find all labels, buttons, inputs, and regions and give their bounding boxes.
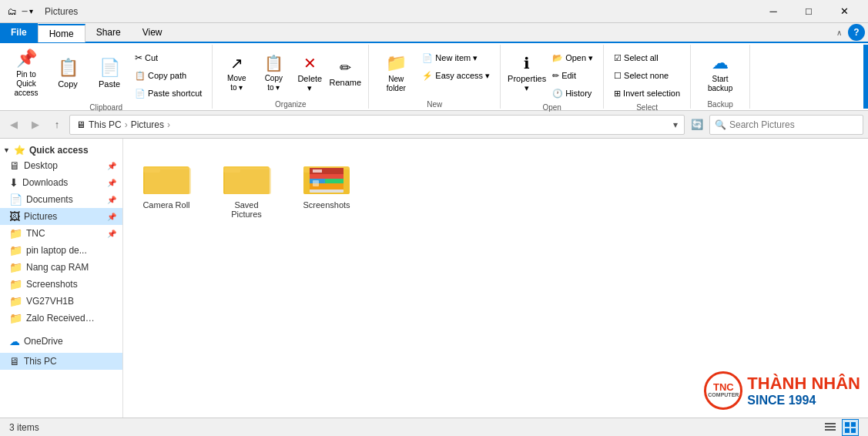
ribbon-accent xyxy=(863,45,868,109)
easy-access-button[interactable]: ⚡ Easy access ▾ xyxy=(418,67,494,84)
ribbon-group-backup: ☁ Startbackup Backup xyxy=(691,45,750,109)
backup-label: Backup xyxy=(707,99,732,110)
cut-button[interactable]: ✂ Cut xyxy=(131,49,206,66)
properties-button[interactable]: ℹ Properties ▾ xyxy=(507,48,547,99)
edit-icon: ✏ xyxy=(552,71,559,81)
copy-to-button[interactable]: 📋 Copyto ▾ xyxy=(256,48,291,99)
select-none-button[interactable]: ☐ Select none xyxy=(610,67,684,84)
file-area: Camera Roll Saved Pictures xyxy=(123,139,868,418)
pin-indicator-tnc: 📌 xyxy=(107,230,116,238)
sidebar-item-pictures[interactable]: 🖼 Pictures 📌 xyxy=(0,208,122,225)
select-small-buttons: ☑ Select all ☐ Select none ⊞ Invert sele… xyxy=(610,49,684,102)
start-backup-button[interactable]: ☁ Startbackup xyxy=(697,48,743,99)
main-area: ▼ ⭐ Quick access 🖥 Desktop 📌 ⬇ Downloads… xyxy=(0,139,868,418)
camera-roll-label: Camera Roll xyxy=(142,200,189,210)
sidebar-item-desktop[interactable]: 🖥 Desktop 📌 xyxy=(0,157,122,174)
path-icon: 🖥 xyxy=(76,119,85,130)
paste-button[interactable]: 📄 Paste xyxy=(89,48,129,99)
svg-rect-25 xyxy=(851,428,856,433)
new-folder-button[interactable]: 📁 Newfolder xyxy=(375,48,417,99)
quick-access-header[interactable]: ▼ ⭐ Quick access xyxy=(0,142,122,157)
folder-camera-roll[interactable]: Camera Roll xyxy=(136,151,197,213)
paste-label: Paste xyxy=(99,79,120,89)
copy-button[interactable]: 📋 Copy xyxy=(48,48,88,99)
open-button[interactable]: 📂 Open ▾ xyxy=(548,49,597,66)
up-button[interactable]: ↑ xyxy=(48,116,66,134)
folder-saved-pictures[interactable]: Saved Pictures xyxy=(216,151,277,222)
ribbon-collapse-btn[interactable]: ∧ xyxy=(833,27,845,39)
sidebar-item-documents[interactable]: 📄 Documents 📌 xyxy=(0,191,122,208)
paste-shortcut-label: Paste shortcut xyxy=(148,89,202,98)
sidebar-item-pin-laptop[interactable]: 📁 pin laptop de... xyxy=(0,242,122,259)
ribbon: 📌 Pin to Quickaccess 📋 Copy 📄 Paste ✂ Cu… xyxy=(0,43,868,111)
window-title: Pictures xyxy=(45,6,78,17)
paste-shortcut-button[interactable]: 📄 Paste shortcut xyxy=(131,85,206,102)
saved-pictures-label: Saved Pictures xyxy=(219,200,274,219)
organize-buttons: ↗ Moveto ▾ 📋 Copyto ▾ ✕ Delete ▾ ✏ Renam… xyxy=(219,48,362,99)
tnc-icon: 📁 xyxy=(9,227,22,240)
history-button[interactable]: 🕐 History xyxy=(548,85,597,102)
invert-selection-button[interactable]: ⊞ Invert selection xyxy=(610,85,684,102)
tab-file[interactable]: File xyxy=(0,23,38,42)
search-box[interactable]: 🔍 xyxy=(709,115,863,135)
svg-rect-23 xyxy=(851,422,856,427)
refresh-button[interactable]: 🔄 xyxy=(688,116,706,134)
help-button[interactable]: ? xyxy=(848,24,865,41)
delete-button[interactable]: ✕ Delete ▾ xyxy=(293,48,327,99)
list-view-button[interactable] xyxy=(822,419,839,436)
path-pictures[interactable]: Pictures xyxy=(131,119,164,130)
new-folder-label: Newfolder xyxy=(387,75,406,93)
svg-rect-15 xyxy=(325,179,344,183)
tnc-brand: THÀNH NHÂN SINCE 1994 xyxy=(747,374,860,407)
properties-label: Properties ▾ xyxy=(508,74,546,93)
quick-access-icon[interactable]: ─ ▾ xyxy=(22,5,34,18)
minimize-button[interactable]: ─ xyxy=(756,0,791,23)
copy-path-button[interactable]: 📋 Copy path xyxy=(131,67,206,84)
select-none-label: Select none xyxy=(624,71,669,80)
sidebar-nang-cap-label: Nang cap RAM xyxy=(26,262,89,273)
sidebar: ▼ ⭐ Quick access 🖥 Desktop 📌 ⬇ Downloads… xyxy=(0,139,123,418)
move-to-button[interactable]: ↗ Moveto ▾ xyxy=(219,48,254,99)
path-dropdown[interactable]: ▾ xyxy=(673,119,678,130)
edit-button[interactable]: ✏ Edit xyxy=(548,67,597,84)
new-folder-icon: 📁 xyxy=(386,53,407,73)
history-icon: 🕐 xyxy=(552,89,563,99)
invert-label: Invert selection xyxy=(623,89,680,98)
tab-view[interactable]: View xyxy=(132,23,173,42)
sidebar-item-screenshots[interactable]: 📁 Screenshots xyxy=(0,276,122,293)
forward-button[interactable]: ▶ xyxy=(26,116,45,134)
title-bar-controls: ─ □ ✕ xyxy=(756,0,862,23)
sidebar-item-tnc[interactable]: 📁 TNC 📌 xyxy=(0,225,122,242)
sidebar-item-thispc[interactable]: 🖥 This PC xyxy=(0,353,122,370)
sidebar-item-onedrive[interactable]: ☁ OneDrive xyxy=(0,333,122,350)
close-button[interactable]: ✕ xyxy=(826,0,862,23)
easy-access-icon: ⚡ xyxy=(422,71,433,81)
nang-cap-icon: 📁 xyxy=(9,261,22,273)
sidebar-item-downloads[interactable]: ⬇ Downloads 📌 xyxy=(0,174,122,191)
search-input[interactable] xyxy=(729,119,858,130)
new-item-button[interactable]: 📄 New item ▾ xyxy=(418,49,494,66)
delete-label: Delete ▾ xyxy=(294,74,325,93)
tiles-view-button[interactable] xyxy=(842,419,859,436)
view-controls xyxy=(822,419,859,436)
new-item-label: New item ▾ xyxy=(435,53,478,63)
sidebar-item-vg27[interactable]: 📁 VG27VH1B xyxy=(0,293,122,310)
select-all-button[interactable]: ☑ Select all xyxy=(610,49,684,66)
back-button[interactable]: ◀ xyxy=(5,116,23,134)
vg27-icon: 📁 xyxy=(9,295,22,307)
svg-rect-17 xyxy=(313,169,322,173)
tab-share[interactable]: Share xyxy=(85,23,132,42)
svg-rect-24 xyxy=(845,428,850,433)
address-path[interactable]: 🖥 This PC › Pictures › ▾ xyxy=(69,115,685,135)
select-buttons: ☑ Select all ☐ Select none ⊞ Invert sele… xyxy=(610,48,684,102)
watermark: TNC COMPUTER THÀNH NHÂN SINCE 1994 xyxy=(704,371,860,410)
pin-quick-access-button[interactable]: 📌 Pin to Quickaccess xyxy=(6,48,46,99)
folder-screenshots[interactable]: Screenshots xyxy=(296,151,357,213)
sidebar-item-nang-cap[interactable]: 📁 Nang cap RAM xyxy=(0,259,122,276)
path-thispc[interactable]: This PC xyxy=(89,119,122,130)
tab-home[interactable]: Home xyxy=(38,24,85,42)
sidebar-item-zalo[interactable]: 📁 Zalo Received Fi xyxy=(0,310,122,327)
rename-button[interactable]: ✏ Rename xyxy=(328,48,362,99)
maximize-button[interactable]: □ xyxy=(791,0,826,23)
quick-access-arrow: ▼ xyxy=(3,146,10,154)
